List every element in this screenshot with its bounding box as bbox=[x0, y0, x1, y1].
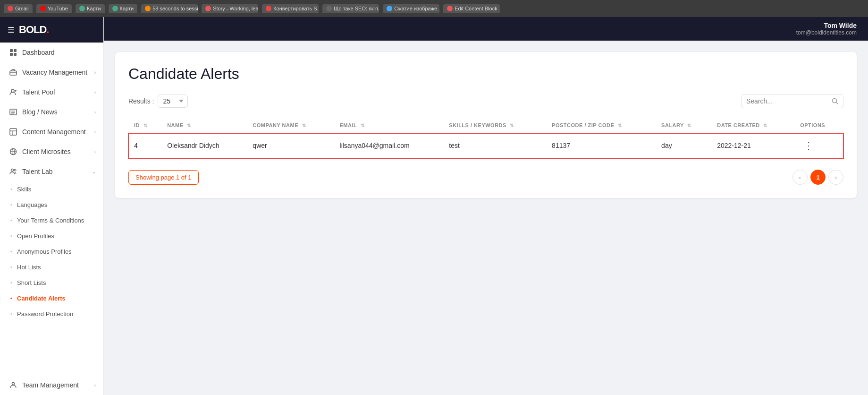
talent-lab-subnav: Skills Languages Your Terms & Conditions… bbox=[0, 181, 103, 322]
user-name: Tom Wilde bbox=[796, 22, 857, 29]
col-id: ID ⇅ bbox=[128, 118, 161, 133]
tab-maps1[interactable]: Карти bbox=[76, 4, 105, 13]
sidebar-item-team-management[interactable]: Team Management › bbox=[0, 375, 103, 395]
tab-gmail[interactable]: Gmail bbox=[4, 4, 33, 13]
sidebar-item-talent-pool-label: Talent Pool bbox=[22, 88, 90, 96]
browser-tab-bar: Gmail YouTube Карти Карти 58 seconds to … bbox=[0, 0, 868, 17]
sidebar-item-blog-label: Blog / News bbox=[22, 108, 90, 116]
sidebar-item-dashboard-label: Dashboard bbox=[22, 49, 96, 56]
sort-icon-name[interactable]: ⇅ bbox=[187, 123, 191, 128]
sidebar-item-password-protection[interactable]: Password Protection bbox=[0, 306, 103, 322]
chevron-right-icon-2: › bbox=[94, 90, 96, 95]
sort-icon-id[interactable]: ⇅ bbox=[143, 123, 148, 128]
sidebar-header: ☰ BOLD. bbox=[0, 17, 103, 43]
svg-point-20 bbox=[14, 169, 16, 171]
tab-maps2[interactable]: Карти bbox=[109, 4, 138, 13]
tab-seo[interactable]: Що таке SEO: як п... bbox=[322, 4, 379, 13]
user-plus-icon bbox=[9, 88, 17, 96]
search-box bbox=[741, 94, 843, 108]
col-date: DATE CREATED ⇅ bbox=[711, 118, 794, 133]
sidebar-item-microsites-label: Client Microsites bbox=[22, 148, 90, 155]
cell-name: Oleksandr Didych bbox=[161, 133, 247, 158]
cell-skills: test bbox=[443, 133, 546, 158]
search-input[interactable] bbox=[746, 97, 829, 105]
sidebar-item-content-management[interactable]: Content Management › bbox=[0, 122, 103, 142]
results-section: Results : 10 25 50 100 bbox=[128, 94, 188, 108]
sidebar-item-dashboard[interactable]: Dashboard bbox=[0, 43, 103, 62]
sidebar-item-content-label: Content Management bbox=[22, 128, 90, 136]
tab-session[interactable]: 58 seconds to sessi... bbox=[141, 4, 198, 13]
pagination-area: Showing page 1 of 1 ‹ 1 › bbox=[128, 170, 843, 185]
sort-icon-salary[interactable]: ⇅ bbox=[687, 123, 691, 128]
col-options: OPTIONS bbox=[794, 118, 843, 133]
svg-point-19 bbox=[11, 169, 14, 172]
tab-convert[interactable]: Конвертировать S... bbox=[262, 4, 319, 13]
sort-icon-postcode[interactable]: ⇅ bbox=[618, 123, 622, 128]
sidebar-item-client-microsites[interactable]: Client Microsites › bbox=[0, 142, 103, 162]
sidebar-item-talent-lab-label: Talent Lab bbox=[22, 168, 87, 175]
chevron-right-icon: › bbox=[94, 70, 96, 75]
sidebar-item-terms[interactable]: Your Terms & Conditions bbox=[0, 213, 103, 228]
sidebar-item-talent-lab[interactable]: Talent Lab ⌄ bbox=[0, 162, 103, 181]
sort-icon-date[interactable]: ⇅ bbox=[763, 123, 767, 128]
cell-email: lilsanya044@gmail.com bbox=[334, 133, 444, 158]
svg-rect-2 bbox=[10, 53, 13, 56]
page-title: Candidate Alerts bbox=[128, 65, 843, 83]
user-email: tom@boldidentities.com bbox=[796, 29, 857, 36]
col-name: NAME ⇅ bbox=[161, 118, 247, 133]
layout-icon bbox=[9, 128, 17, 136]
results-label: Results : bbox=[128, 97, 154, 105]
sidebar-item-vacancy-management[interactable]: Vacancy Management › bbox=[0, 62, 103, 82]
sidebar-item-candidate-alerts[interactable]: Candidate Alerts bbox=[0, 291, 103, 306]
search-button[interactable] bbox=[832, 98, 838, 104]
prev-page-button[interactable]: ‹ bbox=[792, 170, 808, 185]
svg-point-6 bbox=[11, 89, 14, 92]
cell-date: 2022-12-21 bbox=[711, 133, 794, 158]
sidebar-item-hot-lists[interactable]: Hot Lists bbox=[0, 259, 103, 275]
svg-line-23 bbox=[836, 103, 838, 104]
col-skills: SKILLS / KEYWORDS ⇅ bbox=[443, 118, 546, 133]
sidebar-item-open-profiles[interactable]: Open Profiles bbox=[0, 228, 103, 244]
toolbar: Results : 10 25 50 100 bbox=[128, 94, 843, 108]
row-options-button[interactable]: ⋮ bbox=[800, 140, 817, 151]
sidebar: ☰ BOLD. Dashboard bbox=[0, 17, 104, 395]
results-select[interactable]: 10 25 50 100 bbox=[158, 94, 188, 108]
sidebar-item-languages[interactable]: Languages bbox=[0, 197, 103, 213]
col-postcode: POSTCODE / ZIP CODE ⇅ bbox=[546, 118, 656, 133]
hamburger-icon[interactable]: ☰ bbox=[8, 26, 14, 34]
chevron-right-icon-4: › bbox=[94, 129, 96, 135]
sort-icon-company[interactable]: ⇅ bbox=[302, 123, 306, 128]
tab-youtube[interactable]: YouTube bbox=[36, 4, 72, 13]
users-icon bbox=[9, 167, 17, 176]
sidebar-item-blog-news[interactable]: Blog / News › bbox=[0, 102, 103, 122]
tab-story[interactable]: Story - Working, lea... bbox=[202, 4, 258, 13]
tab-compress[interactable]: Сжатие изображе... bbox=[383, 4, 439, 13]
logo: BOLD. bbox=[19, 24, 49, 36]
sidebar-item-talent-pool[interactable]: Talent Pool › bbox=[0, 82, 103, 102]
globe-icon bbox=[9, 147, 17, 156]
chevron-right-icon-5: › bbox=[94, 149, 96, 155]
sidebar-item-skills[interactable]: Skills bbox=[0, 181, 103, 197]
top-bar: Tom Wilde tom@boldidentities.com bbox=[104, 17, 868, 41]
cell-options: ⋮ bbox=[794, 133, 843, 158]
page-1-button[interactable]: 1 bbox=[810, 170, 826, 185]
sidebar-item-short-lists[interactable]: Short Lists bbox=[0, 275, 103, 291]
cell-postcode: 81137 bbox=[546, 133, 656, 158]
svg-rect-1 bbox=[14, 49, 17, 52]
tab-edit-content[interactable]: Edit Content Block bbox=[443, 4, 500, 13]
content-area: Candidate Alerts Results : 10 25 50 100 bbox=[104, 41, 868, 395]
sidebar-item-vacancy-label: Vacancy Management bbox=[22, 69, 90, 76]
col-salary: SALARY ⇅ bbox=[656, 118, 711, 133]
main-content: Tom Wilde tom@boldidentities.com Candida… bbox=[104, 17, 868, 395]
content-panel: Candidate Alerts Results : 10 25 50 100 bbox=[115, 52, 857, 198]
cell-company: qwer bbox=[247, 133, 334, 158]
sort-icon-email[interactable]: ⇅ bbox=[361, 123, 365, 128]
table-header: ID ⇅ NAME ⇅ COMPANY NAME ⇅ bbox=[128, 118, 843, 133]
data-table: ID ⇅ NAME ⇅ COMPANY NAME ⇅ bbox=[128, 118, 843, 158]
newspaper-icon bbox=[9, 108, 17, 116]
sort-icon-skills[interactable]: ⇅ bbox=[510, 123, 514, 128]
sidebar-item-anonymous-profiles[interactable]: Anonymous Profiles bbox=[0, 244, 103, 259]
next-page-button[interactable]: › bbox=[828, 170, 843, 185]
col-company: COMPANY NAME ⇅ bbox=[247, 118, 334, 133]
cell-id: 4 bbox=[128, 133, 161, 158]
